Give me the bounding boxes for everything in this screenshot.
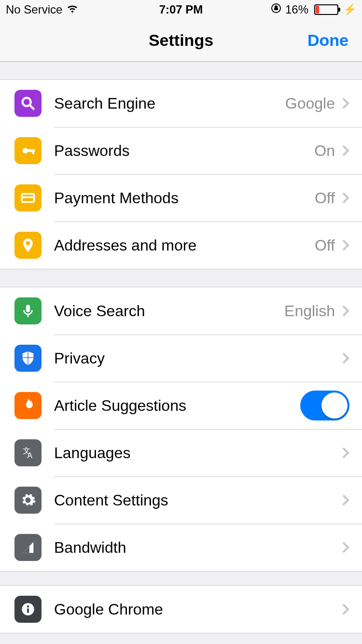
row-passwords[interactable]: Passwords On [0, 127, 362, 174]
settings-group-2: Voice Search English Privacy Article Sug… [0, 287, 362, 572]
nav-bar: Settings Done [0, 19, 362, 62]
row-addresses[interactable]: Addresses and more Off [0, 222, 362, 269]
svg-rect-8 [26, 305, 30, 312]
svg-rect-16 [27, 608, 29, 613]
row-label: Voice Search [54, 302, 145, 320]
chevron-right-icon [342, 305, 349, 317]
microphone-icon [14, 297, 42, 324]
row-label: Passwords [54, 142, 130, 160]
row-label: Google Chrome [54, 601, 163, 618]
flame-icon [14, 392, 42, 419]
location-pin-icon [14, 232, 42, 259]
chevron-right-icon [342, 603, 349, 616]
row-google-chrome[interactable]: Google Chrome [0, 586, 362, 633]
chevron-right-icon [342, 494, 349, 506]
credit-card-icon [14, 184, 42, 211]
moon-icon [257, 3, 267, 16]
row-label: Languages [54, 444, 130, 462]
settings-group-1: Search Engine Google Passwords On Paymen… [0, 79, 362, 269]
chevron-right-icon [342, 447, 349, 459]
data-saver-icon [14, 534, 42, 561]
row-value: Google [285, 95, 335, 112]
chevron-right-icon [342, 144, 349, 157]
row-label: Article Suggestions [54, 397, 186, 415]
row-label: Privacy [54, 350, 105, 367]
chevron-right-icon [342, 192, 349, 204]
row-voice-search[interactable]: Voice Search English [0, 287, 362, 335]
svg-point-3 [23, 148, 28, 153]
chevron-right-icon [342, 352, 349, 364]
row-label: Bandwidth [54, 539, 126, 557]
article-suggestions-toggle[interactable] [300, 391, 349, 420]
battery-pct-text: 16% [285, 3, 308, 16]
svg-point-1 [23, 98, 31, 106]
translate-icon: 文A [14, 439, 42, 466]
row-privacy[interactable]: Privacy [0, 335, 362, 382]
row-value: Off [315, 237, 335, 254]
settings-group-3: Google Chrome [0, 585, 362, 633]
svg-marker-13 [23, 546, 29, 553]
svg-rect-5 [32, 149, 34, 154]
orientation-lock-icon [271, 3, 281, 16]
row-bandwidth[interactable]: Bandwidth [0, 524, 362, 571]
chevron-right-icon [342, 239, 349, 252]
svg-point-15 [27, 605, 29, 608]
svg-text:A: A [28, 451, 33, 460]
key-icon [14, 137, 42, 164]
row-value: On [314, 142, 335, 160]
chevron-right-icon [342, 97, 349, 110]
row-languages[interactable]: 文A Languages [0, 429, 362, 476]
carrier-text: No Service [6, 3, 62, 16]
chevron-right-icon [342, 541, 349, 554]
row-value: English [284, 302, 335, 320]
svg-line-2 [30, 105, 34, 110]
shield-icon [14, 345, 42, 372]
info-icon [14, 596, 42, 623]
status-bar: No Service 7:07 PM 16% ⚡ [0, 0, 362, 19]
row-payment-methods[interactable]: Payment Methods Off [0, 174, 362, 222]
row-label: Search Engine [54, 95, 155, 112]
row-label: Addresses and more [54, 237, 196, 254]
charging-icon: ⚡ [343, 3, 356, 16]
row-label: Content Settings [54, 491, 168, 509]
gear-icon [14, 487, 42, 514]
row-content-settings[interactable]: Content Settings [0, 476, 362, 524]
search-icon [14, 90, 42, 117]
done-button[interactable]: Done [307, 31, 348, 50]
row-label: Payment Methods [54, 189, 179, 207]
row-article-suggestions[interactable]: Article Suggestions [0, 382, 362, 429]
row-search-engine[interactable]: Search Engine Google [0, 80, 362, 127]
page-title: Settings [149, 31, 213, 50]
battery-icon [314, 4, 338, 15]
row-value: Off [315, 189, 335, 207]
wifi-icon [66, 3, 79, 16]
